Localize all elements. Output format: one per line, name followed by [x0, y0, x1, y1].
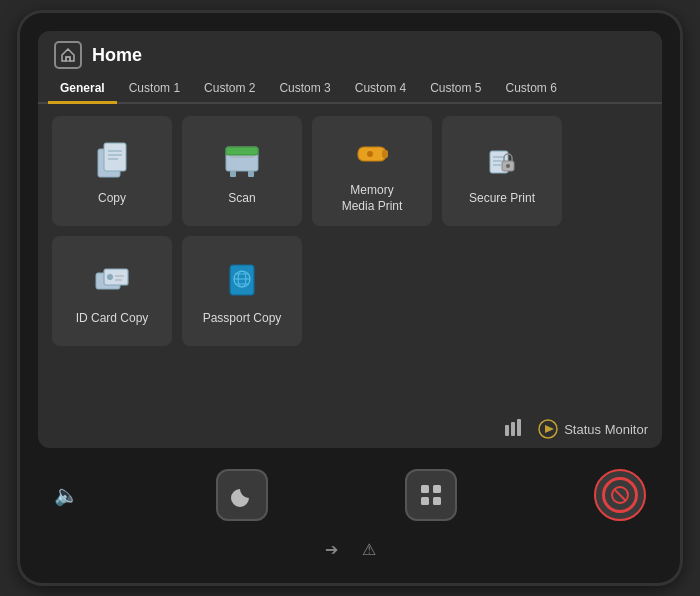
- copy-button[interactable]: Copy: [52, 116, 172, 226]
- app-grid: Copy Scan: [38, 104, 662, 414]
- home-button[interactable]: [405, 469, 457, 521]
- tab-custom6[interactable]: Custom 6: [494, 75, 569, 104]
- status-monitor-button[interactable]: Status Monitor: [538, 419, 648, 439]
- id-card-copy-label: ID Card Copy: [76, 311, 149, 327]
- tabs-bar: General Custom 1 Custom 2 Custom 3 Custo…: [38, 75, 662, 104]
- device-shell: Home General Custom 1 Custom 2 Custom 3 …: [20, 13, 680, 583]
- svg-rect-37: [433, 485, 441, 493]
- secure-print-icon: [478, 135, 526, 183]
- svg-rect-8: [230, 171, 236, 177]
- svg-rect-38: [421, 497, 429, 505]
- tab-custom4[interactable]: Custom 4: [343, 75, 418, 104]
- svg-rect-33: [517, 419, 521, 436]
- svg-rect-0: [66, 57, 70, 61]
- scan-button[interactable]: Scan: [182, 116, 302, 226]
- tab-custom2[interactable]: Custom 2: [192, 75, 267, 104]
- tab-custom1[interactable]: Custom 1: [117, 75, 192, 104]
- copy-icon: [88, 135, 136, 183]
- scan-icon: [218, 135, 266, 183]
- id-card-icon: [88, 255, 136, 303]
- house-icon: [60, 47, 76, 63]
- svg-point-22: [107, 274, 113, 280]
- grid-row-1: Copy Scan: [52, 116, 648, 226]
- passport-copy-label: Passport Copy: [203, 311, 282, 327]
- svg-point-19: [506, 164, 510, 168]
- passport-copy-button[interactable]: Passport Copy: [182, 236, 302, 346]
- svg-rect-32: [511, 422, 515, 436]
- memory-media-print-button[interactable]: MemoryMedia Print: [312, 116, 432, 226]
- status-monitor-icon: [538, 419, 558, 439]
- stop-inner: [602, 477, 638, 513]
- svg-rect-2: [104, 143, 126, 171]
- svg-rect-12: [382, 150, 388, 158]
- svg-marker-35: [545, 425, 554, 433]
- svg-point-13: [367, 151, 373, 157]
- tab-custom5[interactable]: Custom 5: [418, 75, 493, 104]
- secure-print-label: Secure Print: [469, 191, 535, 207]
- indicator-row: ➔ ⚠: [38, 540, 662, 565]
- tab-custom3[interactable]: Custom 3: [267, 75, 342, 104]
- usb-drive-icon: [348, 127, 396, 175]
- stop-icon: [610, 485, 630, 505]
- status-monitor-label: Status Monitor: [564, 422, 648, 437]
- bottom-bar: 🔈: [38, 458, 662, 530]
- svg-rect-39: [433, 497, 441, 505]
- home-icon-box: [54, 41, 82, 69]
- secure-print-button[interactable]: Secure Print: [442, 116, 562, 226]
- warning-indicator: ⚠: [362, 540, 376, 559]
- copy-label: Copy: [98, 191, 126, 207]
- stop-button[interactable]: [594, 469, 646, 521]
- volume-icon: 🔈: [54, 483, 79, 507]
- status-bar: Status Monitor: [38, 414, 662, 448]
- data-arrow-indicator: ➔: [325, 540, 338, 559]
- memory-media-print-label: MemoryMedia Print: [342, 183, 403, 214]
- svg-rect-31: [505, 425, 509, 436]
- title-bar: Home: [38, 31, 662, 75]
- passport-icon: [218, 255, 266, 303]
- sleep-button[interactable]: [216, 469, 268, 521]
- tab-general[interactable]: General: [48, 75, 117, 104]
- page-title: Home: [92, 45, 142, 66]
- svg-rect-9: [248, 171, 254, 177]
- screen: Home General Custom 1 Custom 2 Custom 3 …: [38, 31, 662, 448]
- id-card-copy-button[interactable]: ID Card Copy: [52, 236, 172, 346]
- svg-rect-36: [421, 485, 429, 493]
- sleep-icon: [229, 482, 255, 508]
- home-nav-icon: [418, 482, 444, 508]
- network-icon: [502, 418, 524, 440]
- svg-rect-7: [226, 147, 258, 155]
- scan-label: Scan: [228, 191, 255, 207]
- svg-line-41: [614, 489, 626, 501]
- grid-row-2: ID Card Copy: [52, 236, 648, 346]
